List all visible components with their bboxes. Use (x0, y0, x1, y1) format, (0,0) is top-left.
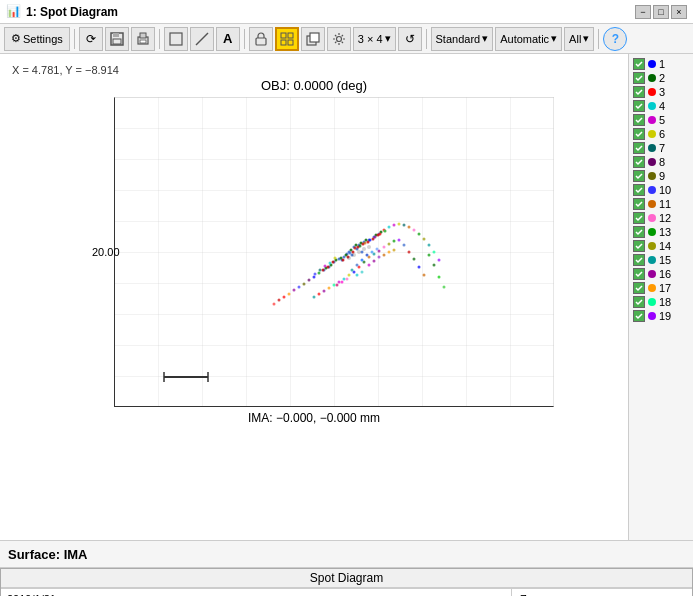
svg-point-138 (443, 286, 446, 289)
copy-button[interactable] (301, 27, 325, 51)
separator-5 (598, 29, 599, 49)
legend-dot-18 (648, 298, 656, 306)
svg-rect-2 (113, 39, 121, 44)
legend-checkbox-2[interactable] (633, 72, 645, 84)
legend-checkbox-11[interactable] (633, 198, 645, 210)
legend-checkbox-10[interactable] (633, 184, 645, 196)
svg-rect-14 (310, 33, 319, 42)
svg-point-92 (314, 273, 317, 276)
svg-rect-12 (288, 40, 293, 45)
svg-rect-10 (288, 33, 293, 38)
svg-point-127 (356, 274, 359, 277)
maximize-button[interactable]: □ (653, 5, 669, 19)
legend-checkbox-13[interactable] (633, 226, 645, 238)
legend-checkbox-1[interactable] (633, 58, 645, 70)
svg-point-69 (303, 283, 306, 286)
svg-point-101 (338, 281, 341, 284)
grid-selector[interactable]: 3 × 4 ▾ (353, 27, 396, 51)
standard-dropdown[interactable]: Standard ▾ (431, 27, 494, 51)
all-dropdown[interactable]: All ▾ (564, 27, 594, 51)
legend-checkbox-5[interactable] (633, 114, 645, 126)
legend-checkbox-8[interactable] (633, 156, 645, 168)
legend-item-2: 2 (633, 72, 689, 84)
svg-point-122 (361, 259, 364, 262)
y-axis-label: 20.00 (92, 246, 120, 258)
close-button[interactable]: × (671, 5, 687, 19)
legend-checkbox-16[interactable] (633, 268, 645, 280)
legend-checkbox-15[interactable] (633, 254, 645, 266)
svg-point-100 (343, 278, 346, 281)
legend-label-16: 16 (659, 268, 671, 280)
svg-point-64 (388, 226, 391, 229)
svg-point-118 (367, 245, 371, 249)
svg-rect-11 (281, 40, 286, 45)
svg-point-88 (334, 257, 337, 260)
legend-checkbox-12[interactable] (633, 212, 645, 224)
automatic-dropdown[interactable]: Automatic ▾ (495, 27, 562, 51)
svg-point-82 (359, 245, 362, 248)
grid-view-button[interactable] (275, 27, 299, 51)
legend-dot-3 (648, 88, 656, 96)
legend-checkbox-6[interactable] (633, 128, 645, 140)
svg-point-135 (428, 254, 431, 257)
legend-item-1: 1 (633, 58, 689, 70)
legend-label-7: 7 (659, 142, 665, 154)
help-button[interactable]: ? (603, 27, 627, 51)
legend-checkbox-17[interactable] (633, 282, 645, 294)
settings-button[interactable]: ⚙ Settings (4, 27, 70, 51)
legend-item-7: 7 (633, 142, 689, 154)
save-button[interactable] (105, 27, 129, 51)
svg-point-117 (362, 247, 366, 251)
line-tool[interactable] (164, 27, 188, 51)
legend-label-19: 19 (659, 310, 671, 322)
svg-point-113 (323, 290, 326, 293)
svg-line-7 (196, 33, 208, 45)
svg-point-67 (403, 224, 406, 227)
svg-point-119 (352, 253, 356, 257)
legend-dot-4 (648, 102, 656, 110)
svg-point-79 (438, 259, 441, 262)
print-button[interactable] (131, 27, 155, 51)
rotate-button[interactable]: ↺ (398, 27, 422, 51)
svg-point-68 (308, 279, 311, 282)
draw-line[interactable] (190, 27, 214, 51)
svg-point-111 (418, 266, 421, 269)
legend-item-15: 15 (633, 254, 689, 266)
legend-label-9: 9 (659, 170, 665, 182)
settings2-button[interactable] (327, 27, 351, 51)
svg-point-139 (283, 296, 286, 299)
window-controls: − □ × (635, 5, 687, 19)
plot-container: X = 4.781, Y = −8.914 OBJ: 0.0000 (deg) … (0, 54, 628, 540)
legend-checkbox-19[interactable] (633, 310, 645, 322)
legend-dot-19 (648, 312, 656, 320)
minimize-button[interactable]: − (635, 5, 651, 19)
legend-checkbox-4[interactable] (633, 100, 645, 112)
svg-point-112 (423, 274, 426, 277)
legend-checkbox-18[interactable] (633, 296, 645, 308)
legend-checkbox-7[interactable] (633, 142, 645, 154)
svg-point-72 (413, 229, 416, 232)
svg-point-128 (361, 271, 364, 274)
svg-rect-1 (113, 33, 119, 37)
legend-dot-12 (648, 214, 656, 222)
spot-diagram-svg[interactable] (114, 97, 554, 407)
legend-dot-16 (648, 270, 656, 278)
svg-point-55 (327, 266, 330, 269)
text-tool[interactable]: A (216, 27, 240, 51)
lock-button[interactable] (249, 27, 273, 51)
legend-checkbox-14[interactable] (633, 240, 645, 252)
refresh-button[interactable]: ⟳ (79, 27, 103, 51)
legend-dot-6 (648, 130, 656, 138)
legend-checkbox-9[interactable] (633, 170, 645, 182)
legend-item-8: 8 (633, 156, 689, 168)
app-icon: 📊 (6, 4, 22, 20)
legend-dot-9 (648, 172, 656, 180)
svg-point-115 (313, 296, 316, 299)
svg-point-133 (388, 251, 391, 254)
legend-checkbox-3[interactable] (633, 86, 645, 98)
svg-point-78 (433, 251, 436, 254)
svg-point-131 (378, 256, 381, 259)
svg-point-140 (278, 299, 281, 302)
svg-point-90 (324, 265, 327, 268)
svg-point-87 (384, 230, 387, 233)
